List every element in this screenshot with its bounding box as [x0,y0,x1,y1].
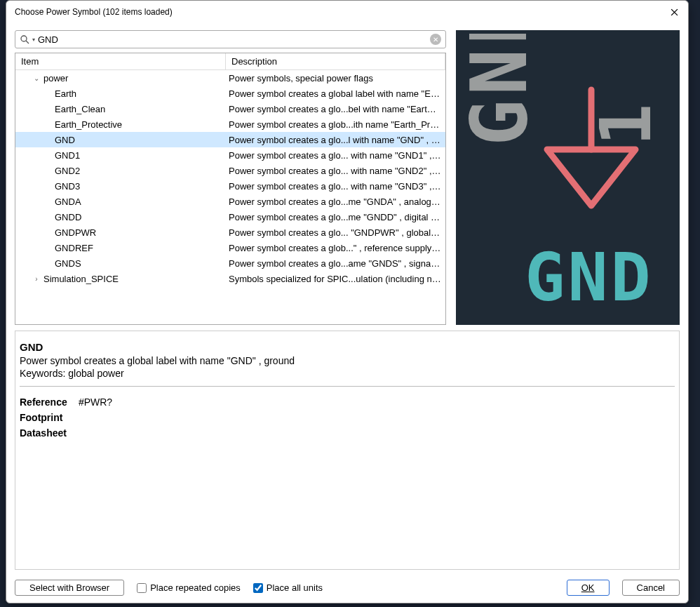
symbol-preview: GND 1 GND [456,30,680,325]
titlebar: Choose Power Symbol (102 items loaded) [6,1,688,23]
choose-power-symbol-dialog: Choose Power Symbol (102 items loaded) ▾… [6,0,689,603]
clear-search-button[interactable]: ✕ [430,34,441,45]
tree-row[interactable]: Earth_ProtectivePower symbol creates a g… [15,116,445,132]
tree-item-label: Earth_Clean [55,104,105,114]
tree-row[interactable]: GNDREFPower symbol creates a glob..." , … [15,240,445,255]
tree-row[interactable]: GNDDPower symbol creates a glo...me "GND… [15,209,445,225]
tree-row[interactable]: GNDPower symbol creates a glo...l with n… [15,132,445,147]
tree-item-label: GND2 [55,166,80,176]
svg-text:GND: GND [459,34,544,146]
tree-item-label: Simulation_SPICE [43,274,119,284]
tree-row[interactable]: ⌄powerPower symbols, special power flags [15,70,445,86]
tree-item-description: Power symbol creates a glo...l with name… [226,135,445,145]
column-description[interactable]: Description [226,53,445,69]
tree-row[interactable]: Earth_CleanPower symbol creates a glo...… [15,101,445,116]
detail-divider [20,386,675,387]
svg-line-1 [26,41,29,44]
search-bar: ▾ ✕ [15,30,446,48]
select-with-browser-button[interactable]: Select with Browser [15,580,124,596]
tree-row[interactable]: GNDPWRPower symbol creates a glo... "GND… [15,225,445,240]
tree-item-label: GNDA [55,196,81,207]
tree-item-label: Earth [55,88,76,99]
tree-item-description: Power symbols, special power flags [226,73,445,84]
tree-row[interactable]: GNDSPower symbol creates a glo...ame "GN… [15,255,445,271]
tree-item-description: Symbols specialized for SPIC...ulation (… [226,274,445,284]
window-title: Choose Power Symbol (102 items loaded) [15,7,173,17]
tree-header: Item Description [15,53,445,70]
tree-item-description: Power symbol creates a glo... "GNDPWR" ,… [226,227,445,238]
detail-title: GND [20,341,675,353]
svg-text:1: 1 [585,104,667,146]
search-icon [20,34,29,44]
reference-label: Reference [20,396,76,408]
reference-value: #PWR? [79,396,112,408]
svg-point-0 [21,36,27,41]
tree-row[interactable]: GND2Power symbol creates a glo... with n… [15,163,445,178]
tree-item-description: Power symbol creates a glo...ame "GNDS" … [226,258,445,269]
detail-description: Power symbol creates a global label with… [20,355,675,366]
place-all-units-checkbox[interactable]: Place all units [253,582,323,593]
tree-row[interactable]: EarthPower symbol creates a global label… [15,86,445,101]
datasheet-label: Datasheet [20,427,76,439]
tree-item-label: GNDREF [55,243,93,253]
tree-item-label: GND3 [55,181,80,192]
tree-row[interactable]: GND1Power symbol creates a glo... with n… [15,147,445,163]
tree-row[interactable]: ›Simulation_SPICESymbols specialized for… [15,271,445,286]
tree-item-description: Power symbol creates a glo... with name … [226,150,445,161]
cancel-button[interactable]: Cancel [622,580,680,596]
preview-label: GND [525,239,654,316]
tree-item-label: GNDD [55,212,81,222]
tree-item-description: Power symbol creates a glo... with name … [226,181,445,192]
place-repeated-checkbox[interactable]: Place repeated copies [137,582,241,593]
tree-item-label: GNDS [55,258,81,269]
tree-item-description: Power symbol creates a glob...ith name "… [226,119,445,130]
tree-item-label: Earth_Protective [55,119,122,130]
tree-item-label: power [43,73,68,84]
tree-row[interactable]: GNDAPower symbol creates a glo...me "GND… [15,194,445,209]
search-dropdown-icon[interactable]: ▾ [32,36,35,43]
tree-item-label: GND1 [55,150,80,161]
tree-item-description: Power symbol creates a glob..." , refere… [226,243,445,253]
detail-panel: GND Power symbol creates a global label … [15,331,680,570]
tree-row[interactable]: GND3Power symbol creates a glo... with n… [15,178,445,194]
chevron-down-icon[interactable]: ⌄ [32,74,41,82]
close-icon [671,8,678,16]
search-input[interactable] [38,34,427,45]
tree-item-description: Power symbol creates a glo... with name … [226,166,445,176]
tree-item-description: Power symbol creates a glo...me "GNDA" ,… [226,196,445,207]
ok-button[interactable]: OK [567,580,610,596]
detail-keywords: Keywords: global power [20,368,675,379]
tree-item-description: Power symbol creates a glo...me "GNDD" ,… [226,212,445,222]
symbol-tree[interactable]: Item Description ⌄powerPower symbols, sp… [15,53,446,325]
tree-item-description: Power symbol creates a glo...bel with na… [226,104,445,114]
chevron-right-icon[interactable]: › [32,275,41,283]
bottom-bar: Select with Browser Place repeated copie… [6,577,688,603]
tree-item-description: Power symbol creates a global label with… [226,88,445,99]
tree-item-label: GND [55,135,75,145]
tree-item-label: GNDPWR [55,227,96,238]
footprint-label: Footprint [20,412,76,423]
column-item[interactable]: Item [15,53,226,69]
close-button[interactable] [667,5,681,19]
